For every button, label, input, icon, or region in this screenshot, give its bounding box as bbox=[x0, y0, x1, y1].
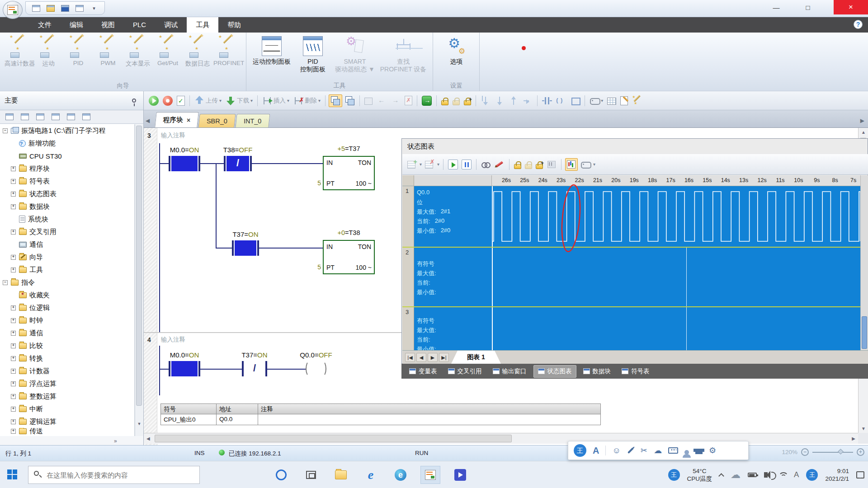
contact-label[interactable]: T37=ON bbox=[234, 351, 275, 359]
toolbar-pou-selected-button[interactable] bbox=[329, 94, 342, 107]
wang-ime-2-icon[interactable]: 王 bbox=[806, 469, 818, 481]
volume-icon[interactable] bbox=[764, 472, 768, 478]
toolbar-line-up-button[interactable] bbox=[507, 95, 520, 107]
toolbar-delete-button[interactable]: 删除▾ bbox=[292, 95, 322, 107]
panel-remote-screen-button[interactable] bbox=[80, 112, 92, 122]
menu-item-编辑[interactable]: 编辑 bbox=[61, 17, 92, 33]
tabs-scroll-right-icon[interactable]: ▶ bbox=[860, 117, 864, 124]
tree-item-数据块[interactable]: +数据块 bbox=[0, 200, 134, 213]
qa-print-button[interactable] bbox=[74, 3, 85, 14]
scroll-right-icon[interactable]: ▶ bbox=[852, 436, 855, 441]
toolbar-compile-button[interactable] bbox=[175, 95, 186, 107]
taskbar-clock[interactable]: 9:012021/2/1 bbox=[825, 467, 849, 483]
tree-item-状态图表[interactable]: +状态图表 bbox=[0, 188, 134, 200]
menu-item-调试[interactable]: 调试 bbox=[155, 17, 187, 33]
tree-item-CPU ST30[interactable]: +CPU ST30 bbox=[0, 150, 134, 162]
tree-item-转换[interactable]: +转换 bbox=[0, 352, 134, 365]
ribbon-button-选项[interactable]: 选项 bbox=[437, 34, 476, 66]
cell-address[interactable]: Q0.0 bbox=[217, 414, 258, 425]
ribbon-button-PWM[interactable]: PWM bbox=[94, 34, 122, 66]
dropdown-arrow-icon[interactable]: ▾ bbox=[593, 162, 595, 167]
tree-scrollbar[interactable]: ▼ bbox=[135, 124, 143, 436]
panel-window-open-button[interactable] bbox=[4, 112, 15, 122]
network-comment[interactable]: 输入注释 bbox=[161, 336, 185, 344]
menu-item-视图[interactable]: 视图 bbox=[92, 17, 124, 33]
tree-item-通信[interactable]: +通信 bbox=[0, 238, 134, 251]
ribbon-button-PID[interactable]: PID控制面板 bbox=[293, 34, 332, 74]
col-symbol[interactable]: 符号 bbox=[161, 404, 217, 414]
expand-icon[interactable]: + bbox=[11, 255, 16, 260]
wifi-icon[interactable] bbox=[778, 472, 787, 478]
tree-item-计数器[interactable]: +计数器 bbox=[0, 365, 134, 377]
toolbar-tag-button[interactable]: ▾ bbox=[588, 95, 604, 107]
tree-item-中断[interactable]: +中断 bbox=[0, 403, 134, 415]
expand-icon[interactable]: + bbox=[11, 356, 16, 361]
expand-icon[interactable]: + bbox=[11, 331, 16, 336]
toolbar-lock-on-button[interactable] bbox=[440, 95, 450, 106]
dock-tab-状态图表[interactable]: 状态图表 bbox=[533, 365, 576, 378]
chart-play-button[interactable] bbox=[447, 159, 459, 170]
toolbar-stop-button[interactable] bbox=[161, 95, 174, 107]
gear-icon[interactable]: ⚙ bbox=[709, 446, 716, 455]
qa-open-folder-button[interactable] bbox=[45, 3, 57, 14]
shirt-icon[interactable] bbox=[695, 449, 703, 454]
cell-symbol[interactable]: CPU_输出0 bbox=[161, 414, 217, 425]
search-input[interactable] bbox=[47, 466, 196, 483]
expand-icon[interactable]: + bbox=[11, 394, 16, 399]
tree-item-时钟[interactable]: +时钟 bbox=[0, 314, 134, 327]
tree-item-比较[interactable]: +比较 bbox=[0, 339, 134, 352]
expand-icon[interactable]: + bbox=[11, 305, 16, 310]
tree-item-传送[interactable]: +传送 bbox=[0, 428, 134, 435]
toolbar-page-x-button[interactable] bbox=[403, 95, 414, 106]
taskbar-app-edge[interactable]: e bbox=[391, 466, 410, 484]
tree-item-程序块[interactable]: +程序块 bbox=[0, 162, 134, 175]
chart-vscroll-thumb[interactable] bbox=[862, 316, 867, 349]
ribbon-button-高速计数器[interactable]: 高速计数器 bbox=[5, 34, 33, 68]
nav-prev-button[interactable]: ◀ bbox=[416, 353, 426, 362]
keyboard-icon[interactable] bbox=[668, 447, 678, 454]
taskbar-app-internet-explorer[interactable]: e bbox=[361, 466, 381, 484]
toolbar-lock-add-button[interactable] bbox=[462, 95, 472, 106]
chart-lock-add-button[interactable] bbox=[535, 159, 544, 170]
ribbon-button-Get/Put[interactable]: Get/Put bbox=[154, 34, 182, 66]
toolbar-insert-button[interactable]: 插入▾ bbox=[261, 95, 291, 107]
ribbon-button-PROFINET[interactable]: PROFINET bbox=[213, 34, 241, 66]
toolbar-line-right-button[interactable] bbox=[521, 95, 534, 107]
close-button[interactable]: × bbox=[834, 0, 868, 14]
contact-energized[interactable] bbox=[171, 361, 198, 376]
expand-icon[interactable]: + bbox=[11, 381, 16, 386]
tabs-scroll-left-icon[interactable]: ◀ bbox=[146, 117, 150, 124]
chart-delete-chart-button[interactable] bbox=[424, 159, 435, 170]
zoom-in-button[interactable]: + bbox=[857, 448, 864, 456]
taskbar-app-plc-app[interactable] bbox=[420, 466, 440, 484]
collapse-icon[interactable]: − bbox=[3, 280, 8, 285]
hscroll-thumb[interactable] bbox=[155, 435, 512, 442]
chart-binoculars-button[interactable] bbox=[546, 159, 557, 170]
chart-lock-on-button[interactable] bbox=[513, 159, 522, 170]
expand-icon[interactable]: + bbox=[11, 179, 16, 184]
panel-grid-table-button[interactable] bbox=[19, 112, 31, 122]
chart-row-3[interactable]: 3有符号最大值:当前:最小值: bbox=[402, 307, 860, 350]
notifications-icon[interactable] bbox=[856, 471, 864, 479]
chart-row-2[interactable]: 2有符号最大值:当前:最小值: bbox=[402, 248, 860, 306]
tree-item-振荡电路1 (C:\西门子学习程[interactable]: −振荡电路1 (C:\西门子学习程 bbox=[0, 124, 134, 137]
chart-trend-button[interactable] bbox=[565, 158, 578, 171]
toolbar-undo-button[interactable] bbox=[375, 95, 388, 107]
chart-lock-off-button[interactable] bbox=[524, 159, 533, 170]
coil-left-arc[interactable] bbox=[306, 361, 313, 376]
dropdown-arrow-icon[interactable]: ▾ bbox=[437, 162, 439, 167]
expand-icon[interactable]: + bbox=[11, 230, 16, 235]
chart-sheet-tab[interactable]: 图表 1 bbox=[451, 351, 501, 364]
ribbon-button-PID[interactable]: PID bbox=[64, 34, 92, 66]
tab-SBR_0[interactable]: SBR_0 bbox=[198, 114, 236, 127]
toolbar-opbox-button[interactable] bbox=[569, 95, 581, 107]
tree-scrollbar-thumb[interactable] bbox=[136, 126, 142, 406]
help-icon[interactable]: ? bbox=[854, 20, 863, 29]
chevron-up-icon[interactable] bbox=[718, 473, 724, 479]
ribbon-button-运动控制面板[interactable]: 运动控制面板 bbox=[250, 34, 293, 66]
scissors-icon[interactable]: ✂ bbox=[641, 446, 647, 455]
chart-goggles-button[interactable] bbox=[480, 159, 492, 170]
timer-block-t38[interactable]: IN TON PT 100 ~ bbox=[323, 240, 375, 274]
ribbon-button-运动[interactable]: 运动 bbox=[34, 34, 62, 68]
taskbar-app-file-explorer[interactable] bbox=[331, 466, 351, 484]
